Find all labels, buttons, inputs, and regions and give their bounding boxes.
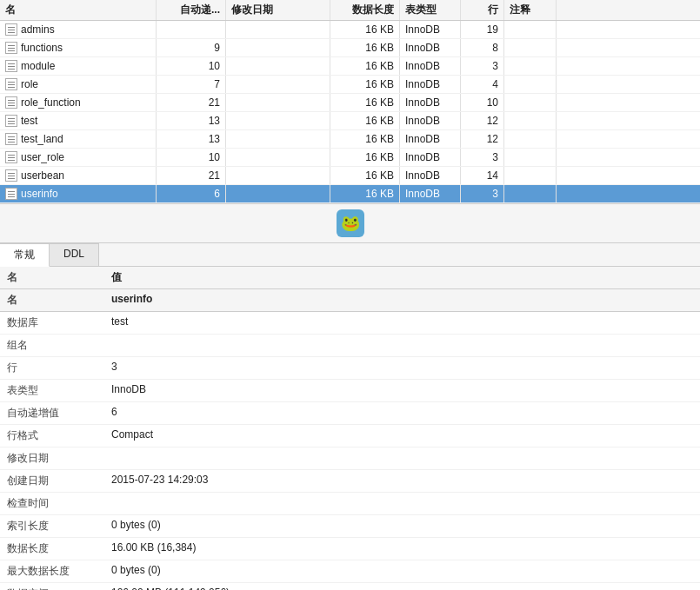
tab-ddl[interactable]: DDL	[50, 243, 99, 266]
prop-key: 数据空间	[0, 583, 104, 591]
table-row-name: user_role	[0, 149, 157, 166]
prop-value: 16.00 KB (16,384)	[104, 538, 700, 560]
table-row-name: userbean	[0, 167, 157, 184]
prop-key: 最大数据长度	[0, 560, 104, 583]
tab-bar: 常规 DDL	[0, 243, 700, 267]
table-type: InnoDB	[400, 185, 461, 202]
header-type: 表类型	[400, 0, 461, 20]
table-note	[504, 39, 557, 56]
list-item: 数据长度16.00 KB (16,384)	[0, 538, 700, 560]
table-type: InnoDB	[400, 112, 461, 129]
table-type: InnoDB	[400, 149, 461, 166]
prop-value	[104, 447, 700, 470]
props-table-header: 名 值	[0, 267, 700, 289]
list-item: 名userinfo	[0, 289, 700, 312]
table-row[interactable]: user_role1016 KBInnoDB3	[0, 149, 700, 167]
table-datalen: 16 KB	[330, 21, 400, 38]
table-row[interactable]: test_land1316 KBInnoDB12	[0, 130, 700, 149]
table-icon	[5, 23, 17, 36]
table-date	[226, 57, 330, 75]
table-type: InnoDB	[400, 57, 461, 75]
table-name-label: functions	[21, 42, 63, 54]
prop-key: 数据长度	[0, 538, 104, 560]
table-rows-container: admins16 KBInnoDB19functions916 KBInnoDB…	[0, 21, 700, 203]
prop-value: 2015-07-23 14:29:03	[104, 470, 700, 493]
table-type: InnoDB	[400, 167, 461, 184]
table-datalen: 16 KB	[330, 57, 400, 75]
bottom-section: 常规 DDL 名 值 名userinfo数据库test组名行3表类型InnoDB…	[0, 243, 700, 590]
list-item: 行格式Compact	[0, 425, 700, 447]
table-row[interactable]: admins16 KBInnoDB19	[0, 21, 700, 39]
table-date	[226, 130, 330, 148]
list-item: 行3	[0, 357, 700, 380]
table-note	[504, 149, 557, 166]
table-rows: 4	[461, 76, 504, 93]
list-item: 索引长度0 bytes (0)	[0, 515, 700, 538]
table-icon	[5, 115, 17, 127]
table-rows: 12	[461, 130, 504, 148]
table-date	[226, 39, 330, 56]
prop-key: 表类型	[0, 380, 104, 402]
table-row[interactable]: userbean2116 KBInnoDB14	[0, 167, 700, 185]
table-name-label: test	[21, 115, 37, 127]
table-name-label: role	[21, 78, 38, 90]
header-name: 名	[0, 0, 157, 20]
table-row[interactable]: test1316 KBInnoDB12	[0, 112, 700, 130]
table-icon	[5, 96, 17, 109]
table-type: InnoDB	[400, 39, 461, 56]
list-item: 表类型InnoDB	[0, 380, 700, 402]
table-icon	[5, 60, 17, 72]
prop-value: Compact	[104, 425, 700, 447]
table-name-label: module	[21, 60, 55, 72]
prop-key: 检查时间	[0, 493, 104, 515]
table-type: InnoDB	[400, 21, 461, 38]
list-item: 修改日期	[0, 447, 700, 470]
table-row-name: functions	[0, 39, 157, 56]
table-note	[504, 57, 557, 75]
table-type: InnoDB	[400, 94, 461, 111]
table-auto: 10	[157, 57, 226, 75]
table-date	[226, 76, 330, 93]
props-table: 名 值 名userinfo数据库test组名行3表类型InnoDB自动递增值6行…	[0, 267, 700, 590]
prop-value	[104, 493, 700, 515]
table-note	[504, 130, 557, 148]
table-note	[504, 185, 557, 202]
table-note	[504, 167, 557, 184]
table-row[interactable]: role_function2116 KBInnoDB10	[0, 94, 700, 112]
table-row-name: module	[0, 57, 157, 75]
table-rows: 8	[461, 39, 504, 56]
props-col2-header: 值	[104, 267, 700, 289]
prop-key: 索引长度	[0, 515, 104, 538]
table-note	[504, 76, 557, 93]
table-name-label: user_role	[21, 151, 64, 163]
prop-value: userinfo	[104, 289, 700, 312]
prop-value: InnoDB	[104, 380, 700, 402]
table-row[interactable]: module1016 KBInnoDB3	[0, 57, 700, 76]
table-icon	[5, 151, 17, 163]
list-item: 自动递增值6	[0, 402, 700, 425]
tab-general[interactable]: 常规	[0, 243, 50, 267]
prop-value: 106.00 MB (111,149,056)	[104, 583, 700, 591]
table-datalen: 16 KB	[330, 130, 400, 148]
table-row-name: userinfo	[0, 185, 157, 202]
table-date	[226, 94, 330, 111]
table-rows: 3	[461, 185, 504, 202]
table-auto: 9	[157, 39, 226, 56]
table-rows: 3	[461, 57, 504, 75]
table-row[interactable]: functions916 KBInnoDB8	[0, 39, 700, 57]
table-datalen: 16 KB	[330, 39, 400, 56]
props-col1-header: 名	[0, 267, 104, 289]
table-name-label: admins	[21, 23, 55, 36]
table-list-header: 名 自动递... 修改日期 数据长度 表类型 行 注释	[0, 0, 700, 21]
props-tbody: 名userinfo数据库test组名行3表类型InnoDB自动递增值6行格式Co…	[0, 289, 700, 591]
table-row-name: test_land	[0, 130, 157, 148]
center-icon-area: 🐸	[0, 204, 700, 243]
prop-key: 组名	[0, 335, 104, 357]
table-row[interactable]: role716 KBInnoDB4	[0, 76, 700, 94]
table-row[interactable]: userinfo616 KBInnoDB3	[0, 185, 700, 203]
prop-key: 名	[0, 289, 104, 312]
table-rows: 14	[461, 167, 504, 184]
list-item: 检查时间	[0, 493, 700, 515]
table-note	[504, 21, 557, 38]
table-rows: 19	[461, 21, 504, 38]
